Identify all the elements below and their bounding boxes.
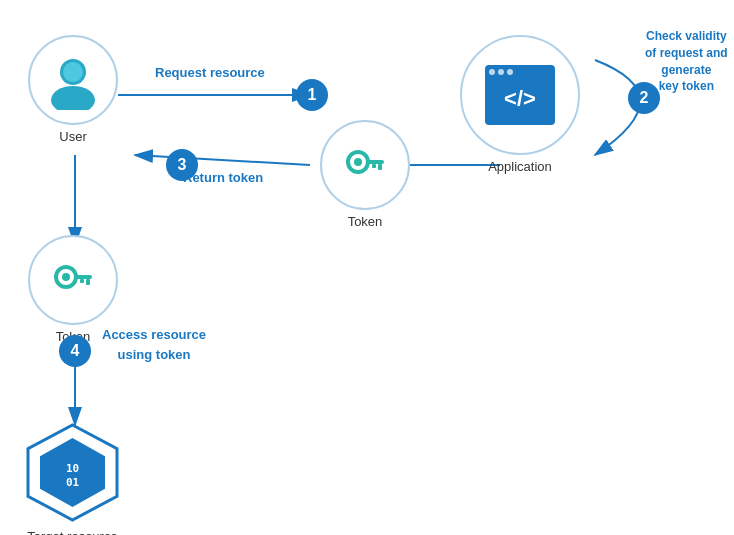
- svg-rect-21: [86, 279, 90, 285]
- svg-rect-16: [378, 164, 382, 170]
- step4-circle: 4: [59, 335, 91, 367]
- svg-rect-22: [80, 279, 84, 283]
- svg-point-14: [354, 158, 362, 166]
- access-resource-label: Access resourceusing token: [102, 325, 206, 364]
- user-circle: [28, 35, 118, 125]
- application-node: </> Application: [460, 35, 580, 174]
- diagram-container: User 1 Request resource </> Application …: [0, 0, 734, 535]
- svg-point-10: [51, 86, 95, 110]
- target-resource-wrapper: 10 01: [20, 420, 125, 525]
- step3-circle: 3: [166, 149, 198, 181]
- user-node: User: [28, 35, 118, 144]
- svg-rect-20: [74, 275, 92, 279]
- svg-rect-15: [366, 160, 384, 164]
- token-mid-node: Token: [320, 120, 410, 229]
- token-mid-circle: [320, 120, 410, 210]
- user-icon: [43, 50, 103, 110]
- step1-circle: 1: [296, 79, 328, 111]
- user-label: User: [59, 129, 86, 144]
- svg-rect-17: [372, 164, 376, 168]
- token-received-icon: [48, 255, 98, 305]
- step2-circle: 2: [628, 82, 660, 114]
- code-brackets: </>: [504, 86, 536, 112]
- target-resource-hex: 10 01: [20, 420, 125, 525]
- application-icon: </>: [485, 65, 555, 125]
- application-circle: </>: [460, 35, 580, 155]
- token-mid-label: Token: [348, 214, 383, 229]
- svg-text:01: 01: [66, 476, 80, 489]
- svg-point-19: [62, 273, 70, 281]
- application-label: Application: [488, 159, 552, 174]
- svg-line-7: [135, 155, 310, 165]
- target-resource-node: 10 01 Target resource: [20, 420, 125, 535]
- target-resource-label: Target resource: [27, 529, 117, 535]
- token-received-circle: [28, 235, 118, 325]
- svg-text:10: 10: [66, 462, 79, 475]
- svg-point-12: [63, 62, 83, 82]
- check-validity-label: Check validityof request andgeneratekey …: [645, 28, 728, 95]
- token-mid-icon: [340, 140, 390, 190]
- request-resource-label: Request resource: [155, 65, 265, 80]
